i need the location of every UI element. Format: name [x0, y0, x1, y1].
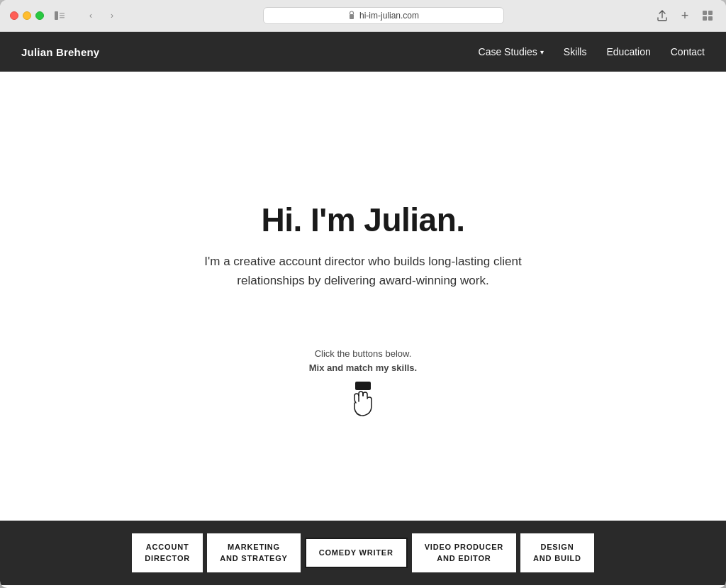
browser-titlebar: ‹ › hi-im-julian.com — [0, 0, 726, 31]
back-button[interactable]: ‹ — [82, 7, 99, 24]
svg-rect-6 — [708, 11, 713, 15]
grid-button[interactable] — [699, 7, 716, 24]
svg-rect-3 — [60, 17, 65, 18]
skill-prompt-text: Click the buttons below. Mix and match m… — [309, 347, 417, 375]
hero-subtitle: I'm a creative account director who buil… — [193, 252, 533, 290]
skill-btn-marketing[interactable]: MARKETINGAND STRATEGY — [207, 533, 301, 572]
hand-pointer-icon — [350, 382, 376, 420]
svg-rect-7 — [703, 16, 707, 21]
dropdown-arrow-icon: ▾ — [540, 48, 544, 56]
address-bar[interactable]: hi-im-julian.com — [263, 7, 504, 24]
skill-btn-design-build[interactable]: DESIGNAND BUILD — [520, 533, 594, 572]
hero-title: Hi. I'm Julian. — [261, 201, 464, 239]
nav-case-studies[interactable]: Case Studies ▾ — [479, 46, 544, 57]
new-tab-button[interactable]: + — [676, 7, 693, 24]
skill-btn-comedy-writer[interactable]: COMEDY WRITER — [305, 538, 408, 568]
share-button[interactable] — [654, 7, 671, 24]
pointing-hand-icon — [350, 389, 376, 420]
nav-contact[interactable]: Contact — [671, 46, 705, 57]
svg-rect-1 — [60, 13, 65, 14]
svg-rect-0 — [55, 11, 58, 20]
nav-links: Case Studies ▾ Skills Education Contact — [479, 46, 705, 57]
site-nav: Julian Breheny Case Studies ▾ Skills Edu… — [0, 32, 726, 72]
svg-rect-8 — [708, 16, 713, 21]
minimize-button[interactable] — [23, 11, 31, 20]
nav-education[interactable]: Education — [606, 46, 650, 57]
maximize-button[interactable] — [35, 11, 44, 20]
browser-window: ‹ › hi-im-julian.com — [0, 0, 726, 588]
svg-rect-4 — [350, 14, 354, 19]
sidebar-icon[interactable] — [51, 7, 68, 24]
address-bar-container: hi-im-julian.com — [128, 7, 640, 24]
svg-rect-5 — [703, 11, 707, 15]
close-button[interactable] — [10, 11, 18, 20]
svg-rect-2 — [60, 15, 65, 16]
browser-chrome: ‹ › hi-im-julian.com — [0, 0, 726, 32]
nav-skills[interactable]: Skills — [564, 46, 587, 57]
lock-icon — [348, 11, 355, 21]
skill-btn-account-director[interactable]: ACCOUNTDIRECTOR — [132, 533, 203, 572]
skill-prompt: Click the buttons below. Mix and match m… — [309, 347, 417, 420]
hero-section: Hi. I'm Julian. I'm a creative account d… — [0, 72, 726, 521]
site-logo[interactable]: Julian Breheny — [21, 46, 99, 58]
url-text: hi-im-julian.com — [359, 11, 419, 21]
skills-bar: ACCOUNTDIRECTOR MARKETINGAND STRATEGY CO… — [0, 521, 726, 585]
forward-button[interactable]: › — [104, 7, 121, 24]
skill-btn-video-producer[interactable]: VIDEO PRODUCERAND EDITOR — [412, 533, 516, 572]
website-content: Julian Breheny Case Studies ▾ Skills Edu… — [0, 32, 726, 585]
browser-actions: + — [654, 7, 716, 24]
browser-nav: ‹ › — [82, 7, 121, 24]
traffic-lights — [10, 11, 44, 20]
